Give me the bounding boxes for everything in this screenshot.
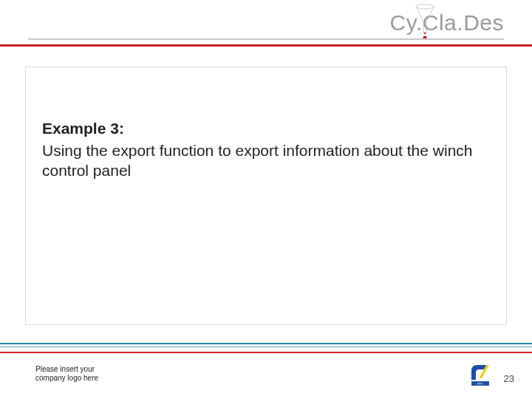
fp7-label: FP7 [477,382,483,386]
funnel-icon [414,3,436,40]
svg-point-2 [424,33,426,35]
brand-logo: Cy.Cla.Des [390,10,504,35]
footer-divider-red [0,352,532,353]
content-frame: Example 3: Using the export function to … [25,66,507,325]
footer-divider-teal [0,343,532,344]
example-body: Using the export function to export info… [42,141,490,180]
example-title: Example 3: [42,119,490,138]
slide: Cy.Cla.Des Example 3: Using the export f… [0,0,532,399]
footer-note-line2: company logo here [35,374,98,383]
brand-text: Cy.Cla.Des [390,10,504,35]
slide-header: Cy.Cla.Des [0,0,532,50]
company-logo-placeholder: Please insert your company logo here [35,365,98,383]
footer-divider-light [0,347,532,347]
fp7-logo-icon: FP7 [470,364,491,387]
content-body: Example 3: Using the export function to … [26,67,506,195]
svg-point-0 [416,4,434,9]
header-divider-gray [28,38,504,40]
footer-note-line1: Please insert your [35,365,98,374]
page-number: 23 [504,373,514,384]
header-divider-red [0,44,532,47]
